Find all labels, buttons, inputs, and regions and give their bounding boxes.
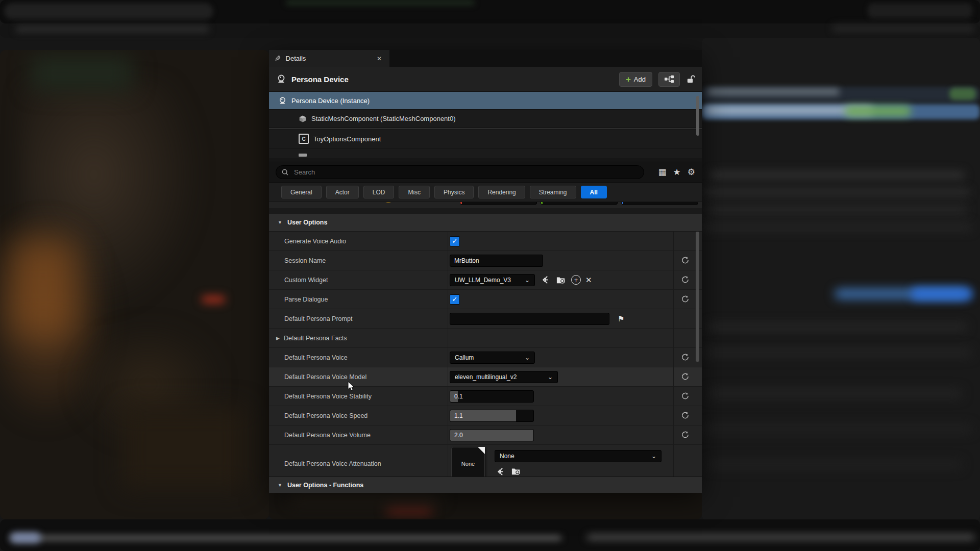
reset-voice-model-button[interactable] xyxy=(678,367,692,386)
browse-asset-icon[interactable] xyxy=(510,466,522,477)
device-icon xyxy=(278,96,287,105)
default-persona-voice-model-dropdown[interactable]: eleven_multilingual_v2 ⌄ xyxy=(450,371,558,383)
close-tab-icon[interactable]: ✕ xyxy=(375,54,384,63)
mouse-cursor xyxy=(348,381,355,392)
filter-tab-misc[interactable]: Misc xyxy=(399,186,430,198)
background-status-bar xyxy=(0,519,980,551)
add-component-button[interactable]: + Add xyxy=(619,72,652,87)
parse-dialogue-checkbox[interactable]: ✓ xyxy=(450,294,460,305)
scale-lock-icon[interactable]: 🔒 xyxy=(384,202,393,203)
panel-tab-bar: ✎ Details ✕ xyxy=(269,50,702,67)
reset-voice-button[interactable] xyxy=(678,348,692,367)
tree-item-static-mesh-component[interactable]: StaticMeshComponent (StaticMeshComponent… xyxy=(269,110,702,128)
properties-scrollbar[interactable] xyxy=(696,232,699,362)
filter-tab-physics[interactable]: Physics xyxy=(434,186,474,198)
filter-tab-all[interactable]: All xyxy=(581,186,607,198)
scale-row-clipped: Scale ▼ 🔒 3.00 3.00 3.00 xyxy=(269,202,702,208)
tree-item-toy-options-component[interactable]: C ToyOptionsComponent xyxy=(269,130,702,148)
object-title: Persona Device xyxy=(291,75,349,84)
search-icon xyxy=(281,168,289,176)
row-default-persona-prompt: Default Persona Prompt ⚑ xyxy=(269,309,702,329)
edit-blueprint-button[interactable] xyxy=(658,72,680,87)
plus-icon: + xyxy=(626,75,631,84)
details-panel: ✎ Details ✕ Persona Device + Add Persona… xyxy=(269,50,702,490)
reset-custom-widget-button[interactable] xyxy=(678,270,692,289)
blueprint-hierarchy-icon xyxy=(664,74,675,84)
properties-list: Scale ▼ 🔒 3.00 3.00 3.00 ▼ User Options … xyxy=(269,202,702,477)
tree-item-persona-device-instance[interactable]: Persona Device (Instance) xyxy=(269,92,702,110)
filter-tab-lod[interactable]: LOD xyxy=(363,186,395,198)
use-selected-asset-icon[interactable] xyxy=(540,274,551,286)
chevron-down-icon: ⌄ xyxy=(520,277,530,284)
background-panel-right xyxy=(702,38,980,520)
row-generate-voice-audio: Generate Voice Audio ✓ xyxy=(269,232,702,251)
row-session-name: Session Name xyxy=(269,251,702,270)
session-name-input[interactable] xyxy=(450,255,543,267)
default-persona-prompt-input[interactable] xyxy=(450,313,609,325)
reset-voice-volume-button[interactable] xyxy=(678,425,692,444)
chevron-down-icon: ⌄ xyxy=(646,453,656,460)
attenuation-asset-thumbnail[interactable]: None xyxy=(451,447,485,477)
device-icon xyxy=(276,74,286,84)
row-custom-widget: Custom Widget UW_LLM_Demo_V3 ⌄ + ✕ xyxy=(269,270,702,290)
object-header: Persona Device + Add xyxy=(269,67,702,92)
attenuation-asset-dropdown[interactable]: None ⌄ xyxy=(495,450,662,462)
scale-z-field[interactable]: 3.00 xyxy=(621,202,698,205)
component-tree: Persona Device (Instance) StaticMeshComp… xyxy=(269,92,702,162)
clear-asset-icon[interactable]: ✕ xyxy=(585,276,592,285)
static-mesh-icon xyxy=(299,115,307,123)
flag-icon[interactable]: ⚑ xyxy=(618,314,624,323)
row-default-persona-voice-attenuation: Default Persona Voice Attenuation None N… xyxy=(269,445,702,477)
scale-label: Scale xyxy=(289,202,305,203)
filter-tab-general[interactable]: General xyxy=(281,186,322,198)
favorites-star-icon[interactable]: ★ xyxy=(673,168,681,177)
filter-tabs: General Actor LOD Misc Physics Rendering… xyxy=(269,183,702,202)
chevron-down-icon: ⌄ xyxy=(543,373,553,381)
reset-voice-speed-button[interactable] xyxy=(678,406,692,425)
tree-scrollbar[interactable] xyxy=(696,96,699,136)
triangle-right-icon[interactable]: ▶ xyxy=(276,336,280,341)
row-parse-dialogue: Parse Dialogue ✓ xyxy=(269,290,702,309)
filter-tab-streaming[interactable]: Streaming xyxy=(530,186,576,198)
row-default-persona-voice: Default Persona Voice Callum ⌄ xyxy=(269,348,702,367)
display-options-icon[interactable]: ▦ xyxy=(658,168,666,177)
custom-widget-dropdown[interactable]: UW_LLM_Demo_V3 ⌄ xyxy=(450,274,535,286)
search-input[interactable] xyxy=(293,168,639,177)
generate-voice-audio-checkbox[interactable]: ✓ xyxy=(450,236,460,246)
filter-tab-actor[interactable]: Actor xyxy=(326,186,359,198)
row-default-persona-facts[interactable]: ▶ Default Persona Facts xyxy=(269,329,702,348)
row-default-persona-voice-volume: Default Persona Voice Volume 2.0 xyxy=(269,425,702,445)
chevron-down-icon: ⌄ xyxy=(520,354,530,361)
scale-x-field[interactable]: 3.00 xyxy=(460,202,537,205)
triangle-down-icon: ▼ xyxy=(278,220,282,225)
default-persona-voice-dropdown[interactable]: Callum ⌄ xyxy=(450,352,535,364)
search-row: ▦ ★ ⚙ xyxy=(269,162,702,183)
scale-y-field[interactable]: 3.00 xyxy=(541,202,618,205)
triangle-down-icon: ▼ xyxy=(278,483,282,488)
reset-voice-stability-button[interactable] xyxy=(678,387,692,406)
use-selected-asset-icon[interactable] xyxy=(495,466,506,477)
section-user-options-functions[interactable]: ▼ User Options - Functions xyxy=(269,477,702,493)
row-default-persona-voice-stability: Default Persona Voice Stability 0.1 xyxy=(269,387,702,406)
add-asset-icon[interactable]: + xyxy=(571,275,581,285)
reset-parse-dialogue-button[interactable] xyxy=(678,290,692,309)
details-pencil-icon: ✎ xyxy=(275,54,281,63)
tab-details[interactable]: ✎ Details ✕ xyxy=(269,50,389,67)
settings-gear-icon[interactable]: ⚙ xyxy=(688,168,695,177)
voice-volume-slider[interactable]: 2.0 xyxy=(450,429,534,441)
browse-asset-icon[interactable] xyxy=(555,274,567,286)
voice-speed-slider[interactable]: 1.1 xyxy=(450,410,534,422)
row-default-persona-voice-model: Default Persona Voice Model eleven_multi… xyxy=(269,367,702,387)
voice-stability-slider[interactable]: 0.1 xyxy=(450,390,534,403)
tree-item-partial xyxy=(269,148,702,158)
blueprint-component-icon: C xyxy=(299,134,309,144)
tab-title: Details xyxy=(286,55,306,62)
background-viewport-left xyxy=(0,50,269,519)
filter-tab-rendering[interactable]: Rendering xyxy=(478,186,525,198)
reset-session-name-button[interactable] xyxy=(678,251,692,270)
row-default-persona-voice-speed: Default Persona Voice Speed 1.1 xyxy=(269,406,702,425)
unlock-icon[interactable] xyxy=(686,74,695,84)
section-user-options[interactable]: ▼ User Options xyxy=(269,214,702,232)
search-box[interactable] xyxy=(276,165,644,179)
